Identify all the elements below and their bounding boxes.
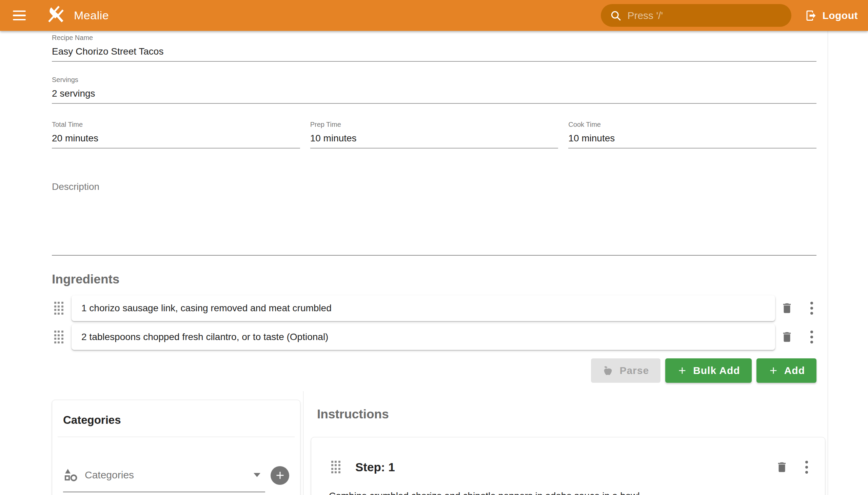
add-button[interactable]: Add xyxy=(756,358,816,383)
ingredient-list: 1 chorizo sausage link, casing removed a… xyxy=(52,295,816,350)
search-input[interactable] xyxy=(627,10,783,21)
kebab-menu-icon[interactable] xyxy=(807,301,816,315)
parse-button[interactable]: Parse xyxy=(591,358,661,383)
app-header: Mealie Logout xyxy=(0,0,868,31)
step-text[interactable]: Combine crumbled chorizo and chipotle pe… xyxy=(329,489,811,495)
recipe-name-value[interactable]: Easy Chorizo Street Tacos xyxy=(52,46,816,57)
plus-icon xyxy=(677,365,687,376)
apple-icon xyxy=(602,365,613,376)
prep-time-value[interactable]: 10 minutes xyxy=(310,133,558,144)
chevron-down-icon[interactable] xyxy=(254,473,260,477)
cook-time-value[interactable]: 10 minutes xyxy=(568,133,816,144)
logout-button[interactable]: Logout xyxy=(805,10,858,22)
shapes-icon xyxy=(63,467,79,483)
lower-section: Categories Categories xyxy=(52,391,816,495)
drag-handle-icon[interactable] xyxy=(52,301,65,315)
trash-icon[interactable] xyxy=(781,302,794,314)
servings-field[interactable]: Servings 2 servings xyxy=(52,76,816,104)
description-label: Description xyxy=(52,182,816,192)
categories-select[interactable]: Categories xyxy=(63,458,265,492)
divider xyxy=(58,437,295,437)
menu-icon[interactable] xyxy=(13,9,29,22)
categories-select-label: Categories xyxy=(85,469,248,481)
parse-label: Parse xyxy=(619,365,649,376)
kebab-menu-icon[interactable] xyxy=(802,460,811,475)
ingredient-text: 1 chorizo sausage link, casing removed a… xyxy=(81,303,331,313)
categories-title: Categories xyxy=(63,414,289,427)
cook-time-label: Cook Time xyxy=(568,121,816,128)
recipe-name-field[interactable]: Recipe Name Easy Chorizo Street Tacos xyxy=(52,34,816,62)
recipe-editor-card: Recipe Name Easy Chorizo Street Tacos Se… xyxy=(0,31,828,495)
description-field[interactable]: Description xyxy=(52,182,816,256)
ingredients-heading: Ingredients xyxy=(52,273,816,286)
app-title: Mealie xyxy=(74,9,109,22)
mealie-logo-icon[interactable] xyxy=(45,5,66,27)
categories-card: Categories Categories xyxy=(52,400,301,495)
logout-icon xyxy=(805,10,817,22)
trash-icon[interactable] xyxy=(776,461,788,474)
total-time-label: Total Time xyxy=(52,121,300,128)
servings-label: Servings xyxy=(52,76,816,83)
categories-column: Categories Categories xyxy=(52,391,304,495)
step-title: Step: 1 xyxy=(355,460,395,474)
add-label: Add xyxy=(784,365,805,376)
drag-handle-icon[interactable] xyxy=(329,460,342,475)
plus-icon xyxy=(768,365,779,376)
ingredient-row: 1 chorizo sausage link, casing removed a… xyxy=(52,295,816,321)
servings-value[interactable]: 2 servings xyxy=(52,88,816,99)
instruction-step-card: Step: 1 Combine crumbled chorizo and chi… xyxy=(311,437,825,495)
logout-label: Logout xyxy=(822,10,858,21)
time-fields-row: Total Time 20 minutes Prep Time 10 minut… xyxy=(52,121,816,149)
search-bar[interactable] xyxy=(601,4,792,27)
ingredient-text: 2 tablespoons chopped fresh cilantro, or… xyxy=(81,331,328,342)
recipe-name-label: Recipe Name xyxy=(52,34,816,41)
ingredient-row: 2 tablespoons chopped fresh cilantro, or… xyxy=(52,324,816,350)
prep-time-label: Prep Time xyxy=(310,121,558,128)
prep-time-field[interactable]: Prep Time 10 minutes xyxy=(310,121,558,149)
bulk-add-button[interactable]: Bulk Add xyxy=(665,358,752,383)
add-category-button[interactable] xyxy=(271,466,289,485)
ingredient-input[interactable]: 2 tablespoons chopped fresh cilantro, or… xyxy=(71,324,775,350)
drag-handle-icon[interactable] xyxy=(52,329,65,344)
ingredient-input[interactable]: 1 chorizo sausage link, casing removed a… xyxy=(71,295,775,321)
search-icon xyxy=(610,10,622,22)
cook-time-field[interactable]: Cook Time 10 minutes xyxy=(568,121,816,149)
total-time-field[interactable]: Total Time 20 minutes xyxy=(52,121,300,149)
trash-icon[interactable] xyxy=(781,330,794,343)
total-time-value[interactable]: 20 minutes xyxy=(52,133,300,144)
ingredient-actions: Parse Bulk Add Add xyxy=(52,358,816,383)
instructions-column: Instructions Step: 1 Combine crumbled ch… xyxy=(304,391,825,495)
kebab-menu-icon[interactable] xyxy=(807,329,816,344)
instructions-heading: Instructions xyxy=(317,408,825,421)
bulk-add-label: Bulk Add xyxy=(693,365,740,376)
